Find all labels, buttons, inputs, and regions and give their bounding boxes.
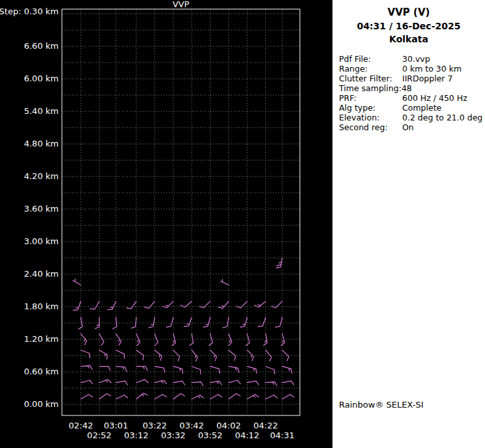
y-tick-label: 0.60 km [24, 367, 59, 376]
wind-barb [210, 395, 222, 399]
wind-barb [246, 334, 249, 346]
wind-barb [229, 367, 239, 372]
x-tick-label: 04:02 [216, 421, 241, 430]
y-tick-label: 6.60 km [24, 41, 59, 51]
y-tick-label: 4.20 km [24, 171, 59, 181]
param-row-7: Second reg:On [339, 122, 485, 132]
wind-barb [282, 381, 294, 385]
y-tick-label: 2.40 km [24, 269, 59, 279]
y-tick-label: 3.60 km [24, 204, 59, 214]
wind-barb [209, 334, 213, 346]
param-label: Time sampling: [339, 83, 402, 93]
wind-barb [229, 380, 241, 384]
wind-barb [99, 394, 111, 399]
wind-barb [81, 350, 90, 358]
parameter-list: Pdf File:30.vvpRange:0 km to 30 kmClutte… [339, 54, 485, 132]
wind-barb [81, 395, 93, 399]
wind-barb [145, 301, 155, 309]
param-label: PRF: [339, 93, 402, 103]
wind-barb [131, 318, 136, 328]
wind-barb [181, 301, 192, 307]
x-tick-label: 04:12 [235, 430, 259, 440]
wind-barb [254, 301, 265, 307]
wind-barb [184, 318, 192, 327]
param-row-5: Alg type:Complete [339, 103, 485, 113]
wind-barb [81, 334, 87, 345]
wind-barb [192, 382, 203, 385]
vvp-window: VVPStep: 0.30 km6.60 km6.00 km5.40 km4.8… [0, 0, 485, 448]
param-label: Alg type: [339, 103, 402, 113]
wind-barb [99, 334, 104, 346]
param-value: IIRDoppler 7 [402, 74, 452, 83]
wind-barb [247, 367, 257, 374]
x-tick-label: 03:22 [143, 421, 167, 430]
param-label: Range: [339, 64, 402, 74]
wind-barb [73, 301, 81, 311]
param-label: Elevation: [339, 113, 402, 122]
x-tick-label: 03:42 [179, 421, 203, 430]
param-row-2: Clutter Filter:IIRDoppler 7 [339, 74, 485, 83]
y-tick-label: 1.20 km [24, 334, 59, 344]
x-tick-label: 04:31 [270, 430, 294, 440]
param-row-4: PRF:600 Hz / 450 Hz [339, 93, 485, 103]
wind-barb [113, 318, 117, 329]
wind-barb [223, 318, 229, 328]
param-row-6: Elevation:0.2 deg to 21.0 deg [339, 113, 485, 122]
x-tick-label: 03:01 [104, 421, 128, 430]
param-label: Pdf File: [339, 54, 402, 64]
param-row-0: Pdf File:30.vvp [339, 54, 485, 64]
wind-barb [263, 334, 267, 346]
wind-barb [276, 318, 283, 328]
wind-barb [258, 318, 266, 327]
wind-barb [173, 394, 185, 399]
x-tick-label: 03:32 [161, 430, 185, 440]
wind-barb [154, 395, 166, 399]
param-value: On [402, 122, 414, 132]
wind-barb [192, 367, 201, 374]
wind-barb [247, 395, 259, 399]
wind-barb [136, 367, 147, 371]
wind-barb [81, 380, 93, 384]
wind-barb [237, 301, 247, 308]
wind-barb [99, 380, 111, 383]
vvp-chart-area: VVPStep: 0.30 km6.60 km6.00 km5.40 km4.8… [0, 0, 332, 448]
wind-barb [73, 279, 81, 285]
wind-barb [266, 382, 277, 385]
param-label: Clutter Filter: [339, 74, 402, 83]
wind-barb [282, 395, 294, 399]
wind-barb [220, 279, 229, 285]
wind-barb [108, 301, 116, 310]
wind-barb [126, 301, 136, 309]
wind-barb [116, 381, 128, 385]
x-tick-label: 04:22 [254, 421, 278, 430]
y-tick-label: 6.00 km [24, 74, 59, 83]
param-value: Complete [402, 103, 441, 113]
wind-barb [154, 380, 166, 384]
wind-barb [276, 258, 282, 268]
y-tick-label: 4.80 km [24, 139, 59, 148]
x-tick-label: 03:52 [198, 430, 222, 440]
wind-barb [173, 367, 183, 374]
wind-barb [116, 367, 126, 372]
x-tick-label: 02:52 [87, 430, 111, 440]
wind-barb [149, 318, 154, 328]
param-value: 30.vvp [402, 54, 430, 64]
product-datetime: 04:31 / 16-Dec-2025 [332, 21, 485, 31]
wind-barb [247, 381, 259, 385]
wind-barb [218, 301, 229, 309]
wind-barb [281, 334, 284, 346]
wind-barb [136, 393, 147, 399]
wind-barb [136, 380, 148, 383]
wind-barb [266, 367, 275, 374]
wind-barb [81, 365, 92, 369]
wind-barb [99, 367, 110, 371]
y-tick-label: 1.80 km [24, 301, 59, 311]
brand-label: Rainbow® SELEX-SI [339, 400, 424, 410]
wind-barb [136, 350, 143, 360]
wind-barb [247, 350, 254, 361]
wind-barb [282, 350, 289, 361]
wind-barb [90, 301, 99, 309]
wind-barb [154, 334, 158, 346]
wind-barb [229, 394, 241, 399]
wind-barb [190, 334, 194, 346]
